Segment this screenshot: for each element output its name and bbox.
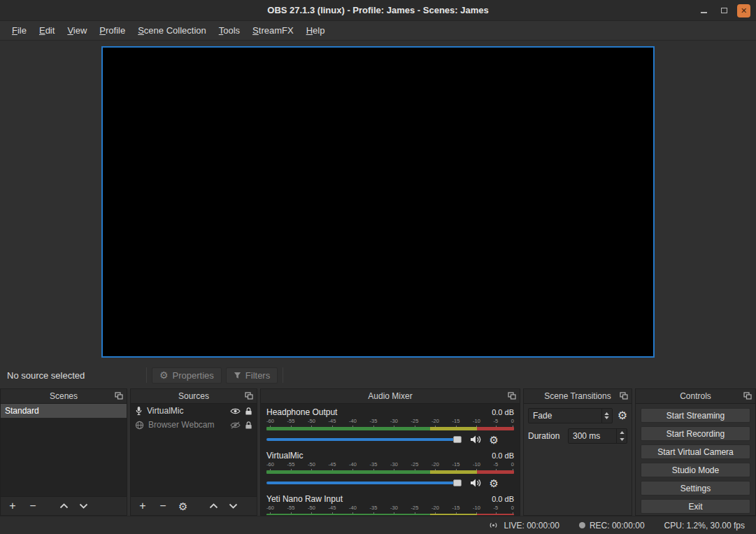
live-time: LIVE: 00:00:00 xyxy=(504,521,559,531)
transition-properties-gear-icon[interactable]: ⚙ xyxy=(618,410,627,421)
popout-icon[interactable] xyxy=(115,392,123,400)
controls-header[interactable]: Controls xyxy=(636,389,755,404)
move-source-down-button[interactable] xyxy=(229,503,238,509)
move-scene-up-button[interactable] xyxy=(59,503,69,509)
add-scene-button[interactable]: + xyxy=(8,500,17,512)
channel-level: 0.0 dB xyxy=(492,451,514,460)
visibility-eye-slash-icon[interactable] xyxy=(230,421,241,429)
start-recording-button[interactable]: Start Recording xyxy=(641,426,750,441)
popout-icon[interactable] xyxy=(743,392,752,400)
slider-handle[interactable] xyxy=(453,479,462,486)
close-button[interactable]: ✕ xyxy=(737,4,750,17)
exit-button[interactable]: Exit xyxy=(641,499,750,514)
audio-mixer-header[interactable]: Audio Mixer xyxy=(261,389,520,404)
tick-label: -30 xyxy=(390,505,398,512)
transition-selected-value: Fade xyxy=(529,411,601,421)
audio-mixer-title: Audio Mixer xyxy=(368,391,412,401)
source-item-browser-webcam[interactable]: Browser Webcam xyxy=(131,418,257,432)
maximize-icon xyxy=(721,8,727,13)
globe-icon xyxy=(135,421,144,430)
filters-button[interactable]: Filters xyxy=(226,367,278,384)
transition-select[interactable]: Fade xyxy=(528,408,613,423)
sources-title: Sources xyxy=(178,391,209,401)
menu-edit[interactable]: Edit xyxy=(33,22,61,38)
start-virtual-camera-button[interactable]: Start Virtual Camera xyxy=(641,444,750,459)
sources-header[interactable]: Sources xyxy=(131,389,257,404)
gear-icon[interactable]: ⚙ xyxy=(490,435,499,445)
controls-body: Start Streaming Start Recording Start Vi… xyxy=(636,404,755,515)
volume-slider[interactable] xyxy=(266,438,462,441)
record-dot-icon xyxy=(579,522,585,528)
speaker-icon[interactable] xyxy=(470,435,481,444)
obs-window: OBS 27.1.3 (linux) - Profile: James - Sc… xyxy=(0,0,756,534)
popout-icon[interactable] xyxy=(620,392,628,400)
menu-profile[interactable]: Profile xyxy=(93,22,131,38)
start-streaming-button[interactable]: Start Streaming xyxy=(641,408,750,423)
duration-spinbox[interactable]: 300 ms xyxy=(568,428,627,444)
tick-label: 0 xyxy=(511,419,514,426)
tick-label: -30 xyxy=(390,462,398,469)
slider-handle[interactable] xyxy=(453,436,462,443)
add-source-button[interactable]: + xyxy=(138,500,148,512)
source-item-virtualmic[interactable]: VirtualMic xyxy=(131,404,257,418)
sources-list: VirtualMic Browser Webcam xyxy=(131,404,257,496)
menu-bar: File Edit View Profile Scene Collection … xyxy=(0,21,756,41)
tick-label: -45 xyxy=(329,505,336,512)
tick-label: -20 xyxy=(432,462,439,469)
duration-decrease-button[interactable] xyxy=(617,436,627,443)
move-scene-down-button[interactable] xyxy=(79,503,88,509)
scenes-panel: Scenes Standard + − xyxy=(0,388,127,516)
maximize-button[interactable] xyxy=(717,3,731,17)
popout-icon[interactable] xyxy=(508,392,516,400)
menu-streamfx[interactable]: StreamFX xyxy=(246,22,300,38)
menu-scene-collection[interactable]: Scene Collection xyxy=(131,22,213,38)
duration-increase-button[interactable] xyxy=(617,429,627,436)
performance-stats: CPU: 1.2%, 30.00 fps xyxy=(664,521,745,531)
scenes-header[interactable]: Scenes xyxy=(1,389,127,404)
tick-label: -55 xyxy=(287,419,295,426)
scenes-list: Standard xyxy=(1,404,127,496)
menu-view[interactable]: View xyxy=(61,22,93,38)
titlebar[interactable]: OBS 27.1.3 (linux) - Profile: James - Sc… xyxy=(0,0,756,21)
menu-help[interactable]: Help xyxy=(300,22,331,38)
sources-panel: Sources VirtualMic xyxy=(130,388,257,516)
lock-icon[interactable] xyxy=(245,421,252,430)
tick-label: 0 xyxy=(511,505,514,512)
toolbar-separator xyxy=(146,367,147,383)
meter-scale: -60-55-50-45-40-35-30-25-20-15-10-50 xyxy=(266,419,514,426)
tick-label: -20 xyxy=(432,419,439,426)
volume-meter xyxy=(266,514,514,515)
scene-name: Standard xyxy=(5,406,122,416)
speaker-icon[interactable] xyxy=(470,478,481,488)
source-properties-gear-icon[interactable]: ⚙ xyxy=(178,501,187,512)
settings-button[interactable]: Settings xyxy=(641,481,750,496)
controls-panel: Controls Start Streaming Start Recording… xyxy=(635,388,756,516)
tick-label: 0 xyxy=(511,462,514,469)
scene-transitions-title: Scene Transitions xyxy=(544,391,611,401)
gear-icon: ⚙ xyxy=(159,370,169,380)
channel-level: 0.0 dB xyxy=(492,408,514,416)
visibility-eye-icon[interactable] xyxy=(230,407,241,415)
properties-button[interactable]: ⚙ Properties xyxy=(152,367,222,384)
gear-icon[interactable]: ⚙ xyxy=(490,478,499,489)
scenes-toolbar: + − xyxy=(1,496,127,515)
move-source-up-button[interactable] xyxy=(209,503,218,509)
remove-source-button[interactable]: − xyxy=(158,500,168,512)
minimize-button[interactable] xyxy=(697,3,711,17)
lock-icon[interactable] xyxy=(245,407,252,416)
scene-item-standard[interactable]: Standard xyxy=(1,404,127,418)
volume-slider[interactable] xyxy=(266,482,462,484)
filter-icon xyxy=(234,372,241,379)
sources-toolbar: + − ⚙ xyxy=(131,496,257,515)
scene-transitions-header[interactable]: Scene Transitions xyxy=(524,389,632,404)
studio-mode-button[interactable]: Studio Mode xyxy=(641,463,750,477)
tick-label: -10 xyxy=(473,419,480,426)
scenes-title: Scenes xyxy=(50,391,78,401)
source-selection-status: No source selected xyxy=(0,370,143,381)
remove-scene-button[interactable]: − xyxy=(28,500,38,512)
popout-icon[interactable] xyxy=(245,392,253,400)
menu-tools[interactable]: Tools xyxy=(213,22,246,38)
menu-file[interactable]: File xyxy=(6,22,33,38)
preview-canvas[interactable] xyxy=(101,46,655,358)
source-toolbar: No source selected ⚙ Properties Filters xyxy=(0,364,756,386)
